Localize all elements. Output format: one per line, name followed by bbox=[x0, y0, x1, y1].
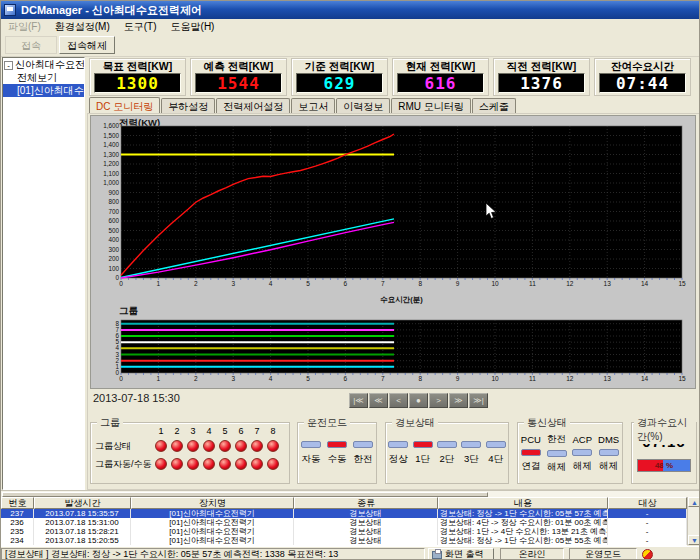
gauge-label: 직전 전력[KW] bbox=[494, 60, 589, 74]
svg-text:7: 7 bbox=[381, 280, 385, 287]
title-bar[interactable]: DCManager - 신아최대수요전력제어 bbox=[1, 1, 700, 19]
comm-dms-name: DMS bbox=[598, 434, 619, 445]
tab-schedule[interactable]: 스케줄 bbox=[472, 98, 516, 114]
svg-text:4: 4 bbox=[115, 344, 119, 351]
tab-power-control[interactable]: 전력제어설정 bbox=[216, 98, 290, 114]
svg-text:2: 2 bbox=[115, 357, 119, 364]
svg-text:12: 12 bbox=[566, 280, 574, 287]
group-col-label: 7 bbox=[249, 426, 265, 436]
comm-panel: 통신상태 PCU연결 한전해제 ACP해제 DMS해제 bbox=[517, 422, 623, 484]
menu-item-help[interactable]: 도움말(H) bbox=[164, 20, 222, 34]
tree-item-all[interactable]: 전체보기 bbox=[3, 71, 84, 84]
col-header-no[interactable]: 번호 bbox=[1, 497, 34, 509]
gauge-value: 1300 bbox=[94, 73, 181, 93]
svg-text:600: 600 bbox=[108, 217, 119, 224]
comm-pcu-state: 연결 bbox=[521, 460, 540, 473]
svg-text:6: 6 bbox=[115, 332, 119, 339]
table-row[interactable]: 2352013.07.18 15:28:21[01]신아최대수요전력기경보상태경… bbox=[1, 527, 687, 536]
col-header-content[interactable]: 내용 bbox=[438, 497, 608, 509]
svg-text:0: 0 bbox=[115, 369, 119, 376]
svg-text:200: 200 bbox=[108, 255, 119, 262]
gauge-label: 목표 전력[KW] bbox=[90, 60, 185, 74]
power-chart: 0123456789101112131415010020030040050060… bbox=[91, 116, 695, 304]
col-header-device[interactable]: 장치명 bbox=[131, 497, 294, 509]
svg-text:2: 2 bbox=[194, 375, 198, 382]
alarm-normal-label: 정상 bbox=[389, 453, 408, 466]
group-status-led bbox=[187, 440, 199, 452]
rewind-button[interactable]: ≪ bbox=[369, 393, 388, 408]
printer-icon bbox=[432, 551, 442, 559]
svg-text:8: 8 bbox=[418, 375, 422, 382]
scroll-up-icon[interactable]: ▲ bbox=[688, 497, 700, 507]
gauge-base-power: 기준 전력[KW] 629 bbox=[291, 58, 388, 96]
menu-bar: 파일(F) 환경설정(M) 도구(T) 도움말(H) bbox=[1, 19, 700, 34]
step-forward-button[interactable]: > bbox=[429, 393, 448, 408]
menu-item-settings[interactable]: 환경설정(M) bbox=[48, 20, 117, 34]
tree-item-device-01[interactable]: [01]신아최대수... bbox=[3, 84, 84, 97]
group-auto-manual-led bbox=[155, 458, 167, 470]
comm-kepco-state: 해제 bbox=[547, 461, 566, 474]
svg-text:0: 0 bbox=[119, 280, 123, 287]
svg-text:13: 13 bbox=[604, 375, 612, 382]
col-header-target[interactable]: 대상 bbox=[608, 497, 687, 509]
col-header-time[interactable]: 발생시간 bbox=[34, 497, 131, 509]
group-status-led bbox=[155, 440, 167, 452]
group-status-led bbox=[235, 440, 247, 452]
tree-root[interactable]: -신아최대수요전력... bbox=[3, 58, 84, 71]
comm-acp-led bbox=[572, 449, 592, 456]
elapsed-panel-legend: 경과수요시간(%) bbox=[634, 416, 696, 444]
svg-text:3: 3 bbox=[231, 280, 235, 287]
svg-text:8: 8 bbox=[418, 280, 422, 287]
mode-auto-led bbox=[301, 441, 321, 448]
svg-text:7: 7 bbox=[115, 326, 119, 333]
svg-text:800: 800 bbox=[108, 198, 119, 205]
tab-report[interactable]: 보고서 bbox=[291, 98, 335, 114]
connect-button: 접속 bbox=[5, 36, 57, 54]
group-status-led bbox=[251, 440, 263, 452]
horizontal-scrollbar[interactable] bbox=[1, 490, 700, 497]
disconnect-button[interactable]: 접속해제 bbox=[59, 36, 115, 54]
elapsed-percent-label: 48 % bbox=[638, 460, 690, 471]
group-auto-manual-led bbox=[203, 458, 215, 470]
svg-text:1,000: 1,000 bbox=[103, 179, 119, 186]
table-row[interactable]: 2342013.07.18 15:20:55[01]신아최대수요전력기경보상태경… bbox=[1, 536, 687, 545]
tab-rmu-monitoring[interactable]: RMU 모니터링 bbox=[391, 98, 471, 114]
svg-text:6: 6 bbox=[344, 280, 348, 287]
elapsed-progress-bar: 48 % bbox=[637, 459, 691, 472]
svg-text:1: 1 bbox=[115, 363, 119, 370]
seek-start-button[interactable]: |≪ bbox=[349, 393, 368, 408]
fast-forward-button[interactable]: ≫ bbox=[449, 393, 468, 408]
svg-text:1,200: 1,200 bbox=[103, 160, 119, 167]
gauge-value: 1376 bbox=[498, 73, 585, 93]
group-status-row-label: 그룹상태 bbox=[91, 440, 153, 453]
collapse-icon[interactable]: - bbox=[4, 61, 13, 70]
svg-text:1,300: 1,300 bbox=[103, 151, 119, 158]
col-header-type[interactable]: 종류 bbox=[294, 497, 438, 509]
tab-history[interactable]: 이력정보 bbox=[336, 98, 390, 114]
table-row[interactable]: 2362013.07.18 15:31:00[01]신아최대수요전력기경보상태경… bbox=[1, 518, 687, 527]
table-row[interactable]: 2372013.07.18 15:35:57[01]신아최대수요전력기경보상태경… bbox=[1, 509, 687, 518]
log-table-body: 2372013.07.18 15:35:57[01]신아최대수요전력기경보상태경… bbox=[1, 509, 687, 546]
menu-item-tools[interactable]: 도구(T) bbox=[117, 20, 164, 34]
online-status: 온라인 bbox=[500, 548, 564, 560]
scroll-down-icon[interactable]: ▼ bbox=[688, 535, 700, 545]
group-col-label: 5 bbox=[217, 426, 233, 436]
seek-end-button[interactable]: ≫| bbox=[469, 393, 488, 408]
tab-dc-monitoring[interactable]: DC 모니터링 bbox=[89, 97, 160, 113]
gauge-current-power: 현재 전력[KW] 616 bbox=[392, 58, 489, 96]
group-auto-manual-led bbox=[219, 458, 231, 470]
svg-text:11: 11 bbox=[529, 280, 536, 287]
svg-text:400: 400 bbox=[108, 236, 119, 243]
table-vertical-scrollbar[interactable]: ▲ ▼ bbox=[687, 497, 700, 545]
tab-load-settings[interactable]: 부하설정 bbox=[161, 98, 215, 114]
alarm-level3-led bbox=[461, 441, 481, 448]
print-screen-button[interactable]: 화면 출력 bbox=[428, 548, 494, 560]
step-back-button[interactable]: < bbox=[389, 393, 408, 408]
group-auto-manual-led bbox=[171, 458, 183, 470]
mode-manual-led bbox=[327, 441, 347, 448]
comm-panel-legend: 통신상태 bbox=[524, 416, 570, 430]
record-button[interactable]: ● bbox=[409, 393, 428, 408]
group-status-led bbox=[171, 440, 183, 452]
app-window: DCManager - 신아최대수요전력제어 파일(F) 환경설정(M) 도구(… bbox=[0, 0, 700, 560]
svg-text:13: 13 bbox=[604, 280, 612, 287]
